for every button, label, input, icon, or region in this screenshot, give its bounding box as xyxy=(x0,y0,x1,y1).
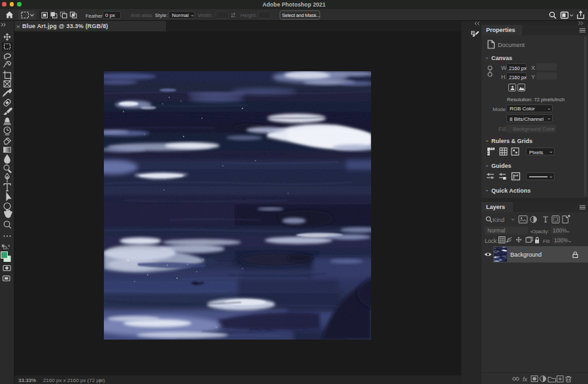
svg-text:fx: fx xyxy=(523,376,528,383)
